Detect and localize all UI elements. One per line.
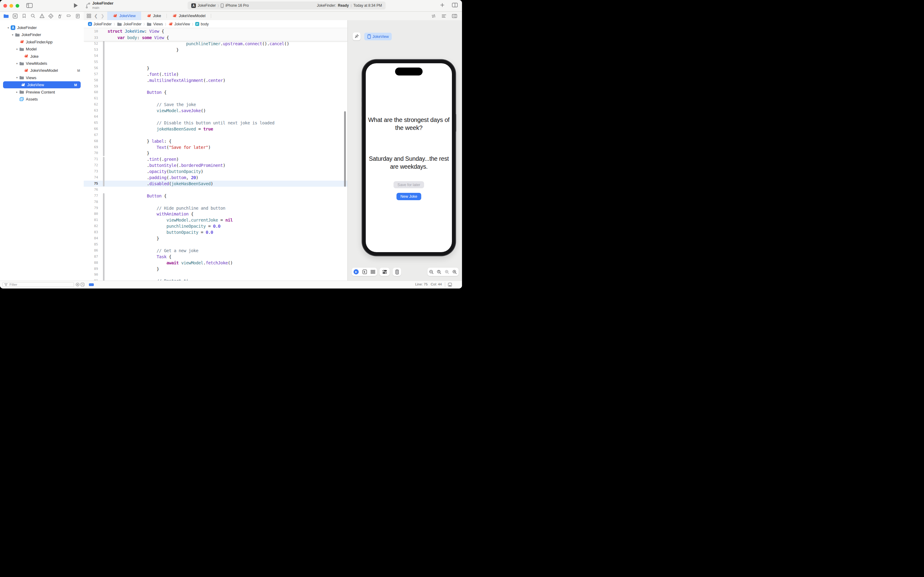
code-line-79[interactable]: 79 // Hide punchline and button <box>84 205 348 211</box>
line-number[interactable]: 79 <box>84 205 98 211</box>
breadcrumb-item-jokefinder[interactable]: JokeFinder <box>117 22 142 26</box>
code-line-10[interactable]: 10struct JokeView: View { <box>84 28 348 34</box>
breadcrumb-item-jokeview[interactable]: JokeView <box>168 22 190 26</box>
sidebar-item-joke[interactable]: Joke <box>0 53 84 60</box>
code-line-65[interactable]: 65 // Disable this button until next jok… <box>84 120 348 126</box>
disclosure-chevron-icon[interactable]: ▸ <box>15 90 19 93</box>
jump-bar[interactable]: AJokeFinder〉JokeFinder〉Views〉JokeView〉Pb… <box>84 20 348 28</box>
sidebar-item-jokefinder[interactable]: ▾JokeFinder <box>0 31 84 38</box>
code-line-74[interactable]: 74 .padding(.bottom, 20) <box>84 174 348 181</box>
line-number[interactable]: 71 <box>84 156 98 162</box>
code-review-icon[interactable] <box>441 14 446 18</box>
line-number[interactable]: 83 <box>84 229 98 235</box>
navigator-filter-field[interactable] <box>2 282 74 287</box>
adjust-editor-icon[interactable] <box>448 282 452 287</box>
line-number[interactable]: 61 <box>84 95 98 102</box>
code-line-88[interactable]: 88 await viewModel.fetchJoke() <box>84 260 348 266</box>
sidebar-item-jokefinder[interactable]: ▾AJokeFinder <box>0 24 84 31</box>
scheme-block[interactable]: JokeFinder main <box>85 1 113 10</box>
line-number[interactable]: 90 <box>84 272 98 278</box>
code-line-63[interactable]: 63 viewModel.saveJoke() <box>84 108 348 114</box>
code-line-86[interactable]: 86 // Get a new joke <box>84 248 348 254</box>
disclosure-chevron-icon[interactable]: ▾ <box>15 48 19 51</box>
preview-target-chip[interactable]: JokeView <box>364 33 392 40</box>
code-line-60[interactable]: 60 Button { <box>84 89 348 95</box>
line-number[interactable]: 65 <box>84 120 98 126</box>
line-number[interactable]: 68 <box>84 138 98 144</box>
line-number[interactable]: 69 <box>84 144 98 150</box>
zoom-100-icon[interactable] <box>437 269 441 274</box>
iphone-preview-device[interactable]: What are the strongest days of the week?… <box>362 60 455 256</box>
breakpoints-tag-icon[interactable] <box>65 13 72 19</box>
swap-editors-icon[interactable] <box>431 14 436 18</box>
sidebar-item-preview-content[interactable]: ▸Preview Content <box>0 89 84 96</box>
breadcrumb-item-jokefinder[interactable]: AJokeFinder <box>88 22 111 26</box>
scheme-name[interactable]: JokeFinder <box>198 3 216 8</box>
code-line-75[interactable]: 75 .disabled(jokeHasBeenSaved) <box>84 181 348 187</box>
variants-mode-button[interactable] <box>371 270 375 274</box>
editor-indicator-pill[interactable] <box>89 283 94 286</box>
run-destination[interactable]: iPhone 16 Pro <box>225 3 249 8</box>
line-number[interactable]: 74 <box>84 174 98 181</box>
save-for-later-button[interactable]: Save for later <box>394 181 424 188</box>
add-button[interactable] <box>440 3 444 7</box>
code-line-80[interactable]: 80 withAnimation { <box>84 211 348 217</box>
line-number[interactable]: 77 <box>84 193 98 199</box>
code-line-72[interactable]: 72 .buttonStyle(.borderedProminent) <box>84 162 348 168</box>
editor-layout-icon[interactable] <box>452 3 458 7</box>
code-line-54[interactable]: 54 <box>84 53 348 59</box>
device-settings-button[interactable] <box>382 269 387 274</box>
live-preview-button[interactable] <box>354 269 359 274</box>
reports-list-icon[interactable] <box>74 13 81 19</box>
tab-jokeviewmodel[interactable]: JokeViewModel <box>167 11 211 20</box>
changes-icon[interactable] <box>11 13 18 19</box>
new-joke-button[interactable]: New Joke <box>397 193 421 200</box>
line-number[interactable]: 52 <box>84 41 98 47</box>
line-number[interactable]: 64 <box>84 114 98 120</box>
code-line-53[interactable]: 53 } <box>84 47 348 53</box>
code-line-89[interactable]: 89 } <box>84 266 348 272</box>
sidebar-item-model[interactable]: ▾Model <box>0 45 84 53</box>
zoom-out-icon[interactable] <box>429 269 434 274</box>
zoom-in-icon[interactable] <box>452 269 457 274</box>
line-number[interactable]: 75 <box>84 181 98 187</box>
code-line-78[interactable]: 78 <box>84 199 348 205</box>
sidebar-item-jokeview[interactable]: JokeViewM <box>3 81 80 88</box>
code-line-59[interactable]: 59 <box>84 84 348 90</box>
line-number[interactable]: 66 <box>84 126 98 132</box>
pin-preview-button[interactable] <box>353 32 361 40</box>
code-line-52[interactable]: 52 punchlineTimer.upstream.connect().can… <box>84 41 348 47</box>
line-number[interactable]: 88 <box>84 260 98 266</box>
source-editor[interactable]: 52 punchlineTimer.upstream.connect().can… <box>84 28 348 281</box>
tab-joke[interactable]: Joke <box>141 11 167 20</box>
disclosure-chevron-icon[interactable]: ▾ <box>15 76 19 79</box>
code-line-66[interactable]: 66 jokeHasBeenSaved = true <box>84 126 348 132</box>
zoom-window-button[interactable] <box>16 4 19 8</box>
code-line-69[interactable]: 69 Text("Save for later") <box>84 144 348 150</box>
line-number[interactable]: 78 <box>84 199 98 205</box>
zoom-fit-icon[interactable] <box>444 269 449 274</box>
code-line-71[interactable]: 71 .tint(.green) <box>84 156 348 162</box>
close-window-button[interactable] <box>3 4 7 8</box>
code-line-58[interactable]: 58 .multilineTextAlignment(.center) <box>84 77 348 84</box>
line-number[interactable]: 10 <box>84 28 98 34</box>
line-number[interactable]: 53 <box>84 47 98 53</box>
editor-scrollbar[interactable] <box>344 111 346 187</box>
line-number[interactable]: 87 <box>84 254 98 260</box>
minimize-window-button[interactable] <box>10 4 13 8</box>
line-number[interactable]: 76 <box>84 187 98 193</box>
sidebar-item-jokeviewmodel[interactable]: JokeViewModelM <box>0 67 84 74</box>
code-line-76[interactable]: 76 <box>84 187 348 193</box>
disclosure-chevron-icon[interactable]: ▾ <box>15 62 19 65</box>
code-line-82[interactable]: 82 punchlineOpacity = 0.0 <box>84 223 348 229</box>
search-icon[interactable] <box>30 13 36 19</box>
filter-input[interactable] <box>9 282 65 287</box>
toggle-navigator-icon[interactable] <box>26 3 33 8</box>
run-button[interactable] <box>73 3 78 8</box>
code-line-84[interactable]: 84 } <box>84 235 348 242</box>
code-line-90[interactable]: 90 <box>84 272 348 278</box>
line-number[interactable]: 86 <box>84 248 98 254</box>
selectable-mode-button[interactable] <box>362 269 367 274</box>
go-back-icon[interactable]: ❮ <box>94 13 98 18</box>
line-number[interactable]: 56 <box>84 65 98 71</box>
